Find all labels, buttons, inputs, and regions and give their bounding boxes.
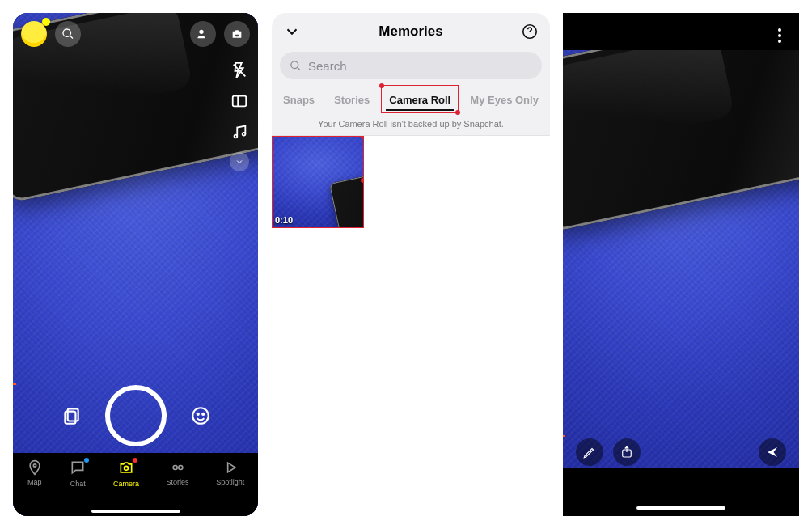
annotation-spark [13, 380, 16, 388]
annotation-spark [563, 432, 565, 440]
chat-badge [84, 458, 89, 463]
svg-rect-2 [233, 96, 247, 107]
edit-button[interactable] [576, 438, 603, 466]
add-friends-icon [197, 28, 209, 40]
export-button[interactable] [613, 438, 641, 466]
camera-roll-grid: 0:10 [272, 136, 550, 228]
chevron-down-icon [283, 23, 301, 40]
collapse-button[interactable] [280, 19, 304, 44]
tab-snaps[interactable]: Snaps [280, 87, 318, 114]
home-indicator [91, 510, 180, 513]
bottom-nav: Map Chat Camera Stories Spotlight [13, 453, 258, 516]
camera-screen: Map Chat Camera Stories Spotlight [13, 13, 258, 516]
stories-icon [170, 459, 186, 476]
nav-map[interactable]: Map [27, 459, 43, 486]
tab-camera-roll[interactable]: Camera Roll [386, 87, 454, 114]
svg-point-13 [178, 466, 182, 470]
flash-icon [230, 61, 248, 79]
nav-spotlight-label: Spotlight [216, 478, 244, 486]
pencil-icon [582, 445, 597, 459]
flash-button[interactable] [229, 60, 250, 81]
nav-stories-label: Stories [167, 478, 189, 486]
svg-point-12 [173, 466, 177, 470]
memories-button[interactable] [60, 404, 82, 427]
video-duration: 0:10 [275, 215, 293, 225]
lenses-button[interactable] [189, 404, 212, 427]
search-icon [61, 28, 74, 40]
search-placeholder: Search [308, 59, 347, 73]
tab-stories[interactable]: Stories [331, 87, 373, 114]
svg-point-9 [202, 413, 204, 415]
media-thumbnail[interactable]: 0:10 [272, 136, 364, 228]
map-pin-icon [27, 459, 43, 476]
svg-point-0 [199, 30, 203, 34]
more-tools-button[interactable] [230, 152, 249, 171]
send-icon [765, 445, 780, 459]
dual-camera-button[interactable] [229, 91, 250, 112]
memories-screen: Memories Search Snaps Stories Camera Rol… [272, 13, 550, 516]
svg-point-8 [197, 413, 198, 415]
svg-point-7 [192, 408, 209, 424]
nav-stories[interactable]: Stories [167, 459, 189, 486]
nav-camera[interactable]: Camera [113, 459, 139, 488]
add-friends-button[interactable] [190, 21, 216, 47]
search-input[interactable]: Search [280, 52, 542, 79]
export-icon [620, 445, 634, 459]
svg-point-11 [124, 466, 128, 470]
profile-bitmoji[interactable] [21, 21, 47, 47]
send-button[interactable] [759, 438, 786, 466]
memories-icon [61, 405, 82, 426]
memories-title: Memories [379, 23, 442, 40]
backup-info: Your Camera Roll isn't backed up by Snap… [272, 114, 550, 135]
help-button[interactable] [518, 19, 542, 44]
nav-chat-label: Chat [70, 480, 86, 488]
home-indicator [636, 506, 725, 510]
more-options-button[interactable] [768, 24, 791, 47]
search-icon [290, 60, 302, 72]
dual-camera-icon [230, 92, 248, 110]
svg-point-4 [243, 133, 246, 136]
memory-tabs: Snaps Stories Camera Roll My Eyes Only [272, 87, 550, 114]
svg-point-10 [33, 464, 36, 467]
camera-badge [133, 458, 137, 463]
chat-icon [70, 459, 86, 476]
shutter-button[interactable] [105, 385, 167, 446]
smile-icon [190, 405, 211, 426]
help-icon [521, 23, 539, 40]
play-icon [222, 459, 239, 476]
search-button[interactable] [55, 21, 81, 47]
camera-icon [118, 459, 134, 476]
nav-camera-label: Camera [113, 480, 139, 488]
nav-map-label: Map [27, 478, 42, 486]
nav-chat[interactable]: Chat [70, 459, 86, 488]
music-icon [230, 123, 248, 141]
sounds-button[interactable] [229, 121, 250, 142]
tab-my-eyes-only[interactable]: My Eyes Only [467, 87, 542, 114]
nav-spotlight[interactable]: Spotlight [216, 459, 244, 486]
preview-screen [563, 13, 799, 516]
svg-point-3 [235, 135, 238, 138]
chevron-down-icon [235, 157, 244, 167]
media-preview[interactable] [563, 50, 799, 468]
